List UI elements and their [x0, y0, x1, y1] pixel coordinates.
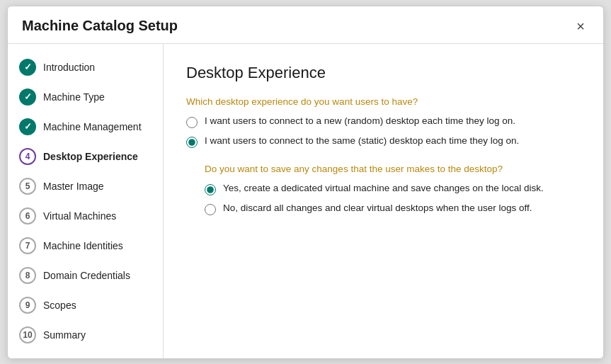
sub-section: Do you want to save any changes that the…	[205, 164, 581, 215]
step-icon-machine-identities: 7	[19, 237, 36, 254]
step-icon-desktop-experience: 4	[19, 148, 36, 165]
radio-input-static[interactable]	[186, 137, 198, 148]
step-icon-summary: 10	[19, 326, 36, 343]
radio-label-text-save: Yes, create a dedicated virtual machine …	[223, 183, 544, 193]
radio-input-discard[interactable]	[205, 204, 216, 215]
close-button[interactable]: ×	[572, 18, 589, 35]
step-icon-scopes: 9	[19, 297, 36, 314]
content-title: Desktop Experience	[186, 64, 581, 82]
dialog-body: ✓Introduction✓Machine Type✓Machine Manag…	[8, 44, 603, 358]
radio-label-text-static: I want users to connect to the same (sta…	[205, 135, 519, 146]
sidebar-item-domain-credentials[interactable]: 8Domain Credentials	[8, 261, 163, 290]
sidebar-item-machine-identities[interactable]: 7Machine Identities	[8, 231, 163, 261]
sidebar-label-desktop-experience: Desktop Experience	[43, 151, 138, 162]
sidebar-label-virtual-machines: Virtual Machines	[43, 210, 116, 222]
radio-option-discard[interactable]: No, discard all changes and clear virtua…	[205, 203, 581, 215]
radio-label-text-random: I want users to connect to a new (random…	[205, 115, 515, 126]
radio-option-random[interactable]: I want users to connect to a new (random…	[186, 115, 581, 128]
dialog-title: Machine Catalog Setup	[22, 18, 178, 34]
sidebar: ✓Introduction✓Machine Type✓Machine Manag…	[8, 44, 164, 358]
content-area: Desktop Experience Which desktop experie…	[164, 44, 603, 358]
step-icon-virtual-machines: 6	[19, 207, 36, 224]
sidebar-item-scopes[interactable]: 9Scopes	[8, 290, 163, 320]
radio-input-save[interactable]	[205, 184, 216, 195]
dialog-header: Machine Catalog Setup ×	[8, 6, 603, 44]
sidebar-label-machine-management: Machine Management	[43, 121, 142, 132]
sidebar-label-domain-credentials: Domain Credentials	[43, 270, 130, 281]
sidebar-item-machine-type[interactable]: ✓Machine Type	[8, 82, 163, 112]
radio-label-text-discard: No, discard all changes and clear virtua…	[223, 203, 532, 213]
sidebar-label-scopes: Scopes	[43, 300, 76, 311]
radio-input-random[interactable]	[186, 117, 198, 128]
sidebar-item-master-image[interactable]: 5Master Image	[8, 171, 163, 201]
radio-group-1: I want users to connect to a new (random…	[186, 115, 581, 148]
step-icon-machine-management: ✓	[19, 118, 36, 135]
sidebar-item-machine-management[interactable]: ✓Machine Management	[8, 112, 163, 142]
sidebar-label-introduction: Introduction	[43, 62, 95, 73]
radio-option-static[interactable]: I want users to connect to the same (sta…	[186, 135, 581, 148]
sidebar-label-machine-identities: Machine Identities	[43, 240, 123, 251]
sidebar-item-desktop-experience[interactable]: 4Desktop Experience	[8, 142, 163, 171]
step-icon-introduction: ✓	[19, 59, 36, 76]
radio-group-2: Yes, create a dedicated virtual machine …	[205, 183, 581, 215]
step-icon-machine-type: ✓	[19, 89, 36, 106]
radio-option-save[interactable]: Yes, create a dedicated virtual machine …	[205, 183, 581, 195]
sidebar-label-machine-type: Machine Type	[43, 91, 105, 103]
sidebar-label-summary: Summary	[43, 329, 86, 341]
sidebar-label-master-image: Master Image	[43, 181, 104, 192]
sidebar-item-virtual-machines[interactable]: 6Virtual Machines	[8, 201, 163, 231]
question-2: Do you want to save any changes that the…	[205, 164, 581, 174]
step-icon-domain-credentials: 8	[19, 267, 36, 284]
sidebar-item-summary[interactable]: 10Summary	[8, 320, 163, 350]
step-icon-master-image: 5	[19, 178, 36, 195]
question-1: Which desktop experience do you want use…	[186, 96, 581, 107]
sidebar-item-introduction[interactable]: ✓Introduction	[8, 52, 163, 82]
machine-catalog-dialog: Machine Catalog Setup × ✓Introduction✓Ma…	[7, 6, 604, 359]
